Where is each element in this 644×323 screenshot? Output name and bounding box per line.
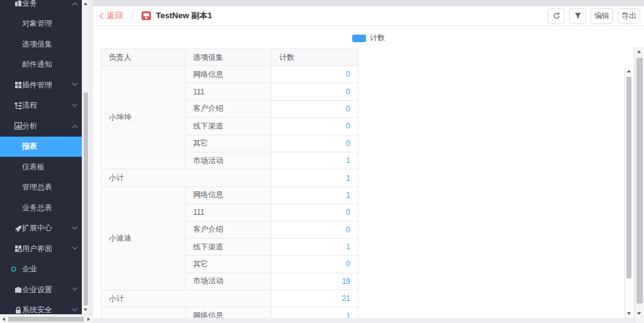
table-row: 小坤坤网络信息0: [101, 66, 358, 83]
sidebar-item[interactable]: 扩展中心: [0, 218, 82, 239]
option-cell: 客户介绍: [186, 100, 272, 117]
owner-cell: 小迪迪: [101, 186, 186, 290]
building-icon: [14, 0, 22, 7]
scrollbar-thumb[interactable]: [8, 317, 84, 322]
page-title: TestNew 副本1: [156, 10, 212, 21]
scroll-down-arrow-icon[interactable]: [637, 312, 641, 315]
refresh-icon: [553, 12, 560, 20]
count-value[interactable]: 19: [272, 273, 358, 290]
count-value[interactable]: 0: [272, 204, 358, 221]
option-cell: 其它: [186, 256, 272, 273]
sidebar-item-label: 仪表板: [22, 162, 45, 173]
sidebar-item[interactable]: 管理总表: [0, 178, 82, 198]
scroll-down-arrow-icon[interactable]: [84, 309, 87, 311]
sidebar-item[interactable]: 企业设置: [0, 280, 82, 300]
sidebar-item-label: 分析: [22, 121, 37, 132]
count-value[interactable]: 0: [272, 118, 358, 135]
subtotal-count[interactable]: 1: [272, 169, 358, 186]
option-cell: 111: [186, 83, 272, 100]
filter-button[interactable]: [569, 8, 586, 24]
sidebar-item-label: 选项值集: [22, 39, 52, 50]
count-value[interactable]: 1: [272, 186, 358, 203]
sidebar-item[interactable]: 系统安全: [0, 300, 82, 315]
count-value[interactable]: 0: [272, 135, 358, 152]
export-button[interactable]: 导出: [618, 8, 640, 24]
sidebar-item[interactable]: 流程: [0, 96, 82, 116]
scroll-up-arrow-icon[interactable]: [637, 50, 641, 53]
column-header: 计数: [272, 49, 358, 66]
page-vertical-scrollbar[interactable]: [634, 47, 644, 323]
circle-icon: [9, 266, 17, 273]
sidebar-item[interactable]: 分析: [0, 116, 82, 137]
sidebar-item-label: 用户界面: [22, 244, 52, 254]
sidebar-item[interactable]: 选项值集: [0, 34, 82, 55]
back-button[interactable]: 返回: [101, 10, 123, 21]
sidebar-item[interactable]: 仪表板: [0, 157, 82, 178]
report-table-wrap: 负责人选项值集计数 小坤坤网络信息01110客户介绍0线下渠道0其它0市场活动1…: [101, 48, 358, 318]
option-cell: 线下渠道: [186, 118, 272, 135]
table-header-row: 负责人选项值集计数: [101, 49, 358, 66]
sidebar-item[interactable]: 插件管理: [0, 75, 82, 96]
sidebar-item[interactable]: 对象管理: [0, 14, 82, 35]
option-cell: 市场活动: [186, 273, 272, 290]
lock-icon: [14, 307, 22, 314]
table-vertical-scrollbar[interactable]: [625, 67, 632, 318]
chevron-down-icon: [72, 244, 77, 249]
chevron-down-icon: [72, 224, 77, 229]
count-value[interactable]: 1: [272, 152, 358, 169]
toolbar-buttons: 编辑 导出: [548, 8, 640, 24]
sidebar-item-label: 业务总表: [22, 203, 52, 213]
sidebar-item[interactable]: 用户界面: [0, 239, 82, 259]
count-value[interactable]: 0: [272, 100, 358, 117]
scroll-up-arrow-icon[interactable]: [627, 70, 631, 72]
sidebar-item[interactable]: 报表: [0, 137, 82, 157]
count-value[interactable]: 0: [272, 256, 358, 273]
sidebar-item[interactable]: 邮件通知: [0, 55, 82, 76]
owner-cell: 小坤坤: [101, 66, 186, 169]
subtotal-label-cell: 小计: [101, 290, 272, 307]
count-value[interactable]: 0: [272, 221, 358, 238]
chevron-down-icon: [72, 306, 77, 311]
column-header: 选项值集: [186, 49, 272, 66]
sidebar-horizontal-scrollbar[interactable]: [0, 314, 93, 323]
subtotal-count[interactable]: 21: [272, 290, 358, 307]
refresh-button[interactable]: [548, 8, 565, 24]
count-value[interactable]: 0: [272, 66, 358, 83]
sidebar-item-label: 报表: [22, 141, 37, 152]
briefcase-icon: [14, 286, 22, 293]
column-header: 负责人: [101, 49, 186, 66]
sidebar-item-label: 对象管理: [22, 18, 52, 29]
scroll-down-arrow-icon[interactable]: [627, 312, 631, 315]
filter-icon: [574, 12, 582, 20]
scroll-left-arrow-icon[interactable]: [3, 317, 5, 321]
subtotal-label-cell: 小计: [101, 169, 272, 186]
scrollbar-thumb[interactable]: [626, 77, 631, 278]
chevron-down-icon: [72, 101, 77, 106]
scrollbar-thumb[interactable]: [636, 58, 643, 303]
table-row: 网络信息1: [101, 307, 358, 318]
edit-button[interactable]: 编辑: [591, 8, 613, 24]
owner-cell: [101, 307, 186, 318]
subtotal-row: 小计1: [101, 169, 358, 186]
rocket-icon: [14, 225, 22, 232]
count-value[interactable]: 1: [272, 307, 358, 318]
sidebar: 业务对象管理选项值集邮件通知插件管理流程分析报表仪表板管理总表业务总表扩展中心用…: [0, 0, 82, 314]
sidebar-item[interactable]: 业务: [0, 0, 82, 14]
sidebar-item-label: 流程: [22, 100, 37, 111]
sidebar-item-label: 插件管理: [22, 80, 52, 91]
sidebar-item[interactable]: 业务总表: [0, 198, 82, 218]
count-value[interactable]: 1: [272, 238, 358, 255]
scrollbar-thumb[interactable]: [84, 93, 88, 305]
scroll-up-arrow-icon[interactable]: [84, 3, 87, 5]
sidebar-item[interactable]: 企业: [0, 259, 82, 280]
option-cell: 其它: [186, 135, 272, 152]
scroll-right-arrow-icon[interactable]: [87, 317, 90, 321]
page-top-strip: [93, 0, 644, 6]
option-cell: 网络信息: [186, 66, 272, 83]
sidebar-item-label: 扩展中心: [22, 223, 52, 234]
count-value[interactable]: 0: [272, 83, 358, 100]
option-cell: 网络信息: [186, 186, 272, 203]
sidebar-vertical-scrollbar[interactable]: [82, 0, 89, 314]
legend-label: 计数: [370, 33, 385, 43]
table-row: 小迪迪网络信息1: [101, 186, 358, 203]
